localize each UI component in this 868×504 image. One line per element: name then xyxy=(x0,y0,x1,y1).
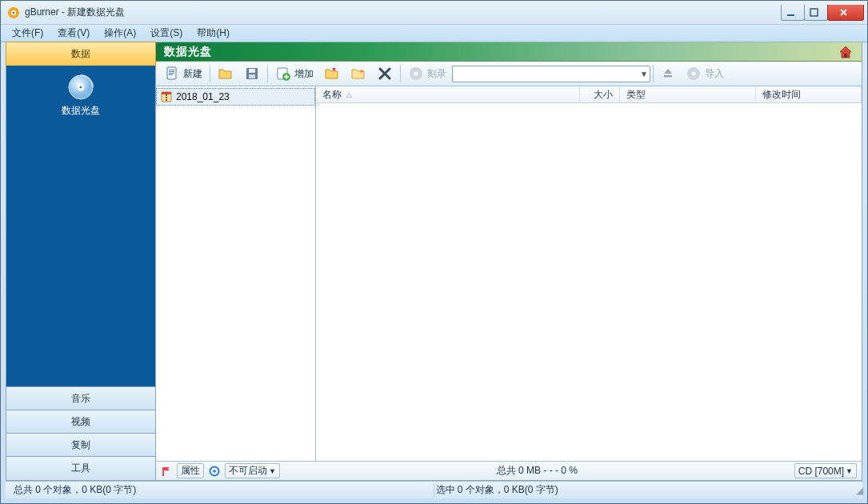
category-data[interactable]: 数据 xyxy=(6,42,156,66)
category-data-label: 数据 xyxy=(71,47,90,61)
status-left: 总共 0 个对象，0 KB(0 字节) xyxy=(12,483,434,497)
workspace-header: 数据光盘 xyxy=(156,42,862,62)
col-name-label: 名称 xyxy=(322,88,342,102)
chevron-down-icon: ▼ xyxy=(640,70,648,78)
folder-add-icon xyxy=(324,66,340,82)
save-button[interactable] xyxy=(239,63,265,84)
chevron-down-icon: ▼ xyxy=(269,467,276,475)
svg-rect-8 xyxy=(845,54,847,58)
category-music[interactable]: 音乐 xyxy=(6,386,156,411)
svg-rect-25 xyxy=(162,92,171,94)
svg-rect-26 xyxy=(166,94,167,96)
burn-disc-icon xyxy=(408,66,424,82)
svg-point-20 xyxy=(414,72,418,76)
archive-icon xyxy=(160,90,173,103)
category-video[interactable]: 视频 xyxy=(6,410,156,434)
list-body[interactable] xyxy=(316,103,862,461)
tree-root-item[interactable]: 2018_01_23 xyxy=(156,88,315,106)
window-controls xyxy=(782,5,867,21)
toolbar: 新建 xyxy=(156,62,862,86)
bootable-label: 不可启动 xyxy=(229,464,267,478)
content-area: 2018_01_23 名称△ 大小 类型 修改时间 xyxy=(156,86,862,461)
status-left-text: 总共 0 个对象，0 KB(0 字节) xyxy=(14,484,136,495)
add-button-label: 增加 xyxy=(294,67,314,81)
category-copy[interactable]: 复制 xyxy=(6,433,156,458)
tree-root-label: 2018_01_23 xyxy=(176,91,230,102)
disc-icon[interactable] xyxy=(67,74,94,101)
category-music-label: 音乐 xyxy=(71,392,90,406)
svg-rect-3 xyxy=(787,14,794,16)
eject-icon xyxy=(661,66,675,81)
col-size-label: 大小 xyxy=(594,88,613,102)
category-panel-label: 数据光盘 xyxy=(62,104,100,118)
workspace-title: 数据光盘 xyxy=(164,45,212,59)
svg-point-23 xyxy=(692,72,696,76)
col-mtime-label: 修改时间 xyxy=(762,88,801,102)
open-button[interactable] xyxy=(213,63,238,84)
add-button[interactable]: 增加 xyxy=(270,63,318,84)
svg-rect-15 xyxy=(249,69,255,73)
menu-help[interactable]: 帮助(H) xyxy=(190,25,236,42)
svg-rect-21 xyxy=(664,75,672,78)
chevron-down-icon: ▼ xyxy=(846,467,853,475)
status-right-text: 选中 0 个对象，0 KB(0 字节) xyxy=(436,484,558,495)
menu-file[interactable]: 文件(F) xyxy=(6,25,50,42)
status-right: 选中 0 个对象，0 KB(0 字节) xyxy=(434,483,857,497)
progress-area: 总共 0 MB - - - 0 % xyxy=(285,464,790,478)
properties-button[interactable]: 属性 xyxy=(177,463,204,478)
menubar: 文件(F) 查看(V) 操作(A) 设置(S) 帮助(H) xyxy=(1,25,867,42)
col-size[interactable]: 大小 xyxy=(580,86,620,102)
col-type[interactable]: 类型 xyxy=(620,86,756,102)
add-folder-button[interactable] xyxy=(319,63,345,84)
list-header: 名称△ 大小 类型 修改时间 xyxy=(316,86,862,103)
maximize-button[interactable] xyxy=(804,5,828,21)
resize-grip[interactable]: ◢ xyxy=(856,485,863,496)
category-tools[interactable]: 工具 xyxy=(6,456,156,481)
sidebar: 数据 数据光盘 音乐 视频 复制 工具 xyxy=(6,42,156,481)
home-icon[interactable] xyxy=(838,44,854,60)
tree-pane[interactable]: 2018_01_23 xyxy=(156,86,316,461)
media-dropdown[interactable]: CD [700M] ▼ xyxy=(794,463,857,478)
sort-asc-icon: △ xyxy=(346,90,352,98)
col-name[interactable]: 名称△ xyxy=(316,86,580,102)
new-button[interactable]: 新建 xyxy=(159,63,207,84)
burn-button[interactable]: 刻录 xyxy=(403,63,451,84)
svg-point-30 xyxy=(213,470,216,473)
svg-rect-16 xyxy=(249,74,255,78)
window-title: gBurner - 新建数据光盘 xyxy=(25,6,125,19)
separator xyxy=(653,65,654,82)
category-tools-label: 工具 xyxy=(71,462,90,475)
svg-point-7 xyxy=(79,86,82,88)
new-folder-button[interactable] xyxy=(346,63,371,84)
list-pane: 名称△ 大小 类型 修改时间 xyxy=(316,86,862,461)
titlebar: gBurner - 新建数据光盘 xyxy=(1,1,867,25)
import-button[interactable]: 导入 xyxy=(681,63,729,84)
menu-settings[interactable]: 设置(S) xyxy=(144,25,189,42)
workspace: 数据光盘 新建 xyxy=(156,42,862,481)
flag-icon xyxy=(161,466,172,477)
col-mtime[interactable]: 修改时间 xyxy=(756,86,862,102)
burn-button-label: 刻录 xyxy=(427,67,446,81)
drive-dropdown[interactable]: ▼ xyxy=(452,66,650,82)
save-icon xyxy=(244,66,260,82)
svg-rect-27 xyxy=(166,97,167,98)
statusbar: 总共 0 个对象，0 KB(0 字节) 选中 0 个对象，0 KB(0 字节) … xyxy=(6,481,862,498)
col-type-label: 类型 xyxy=(626,88,646,102)
bootable-dropdown[interactable]: 不可启动 ▼ xyxy=(225,463,280,478)
menu-view[interactable]: 查看(V) xyxy=(51,25,96,42)
delete-button[interactable] xyxy=(372,63,398,84)
menu-action[interactable]: 操作(A) xyxy=(98,25,142,42)
svg-rect-10 xyxy=(169,70,174,70)
delete-icon xyxy=(377,66,393,82)
close-button[interactable] xyxy=(827,5,864,21)
category-video-label: 视频 xyxy=(71,415,90,429)
app-icon xyxy=(7,6,20,19)
eject-button[interactable] xyxy=(656,63,680,84)
add-icon xyxy=(275,66,291,82)
svg-rect-11 xyxy=(169,71,174,72)
svg-rect-13 xyxy=(169,74,173,75)
svg-point-2 xyxy=(13,11,14,13)
gear-icon xyxy=(209,466,220,477)
minimize-button[interactable] xyxy=(781,5,805,21)
separator xyxy=(210,65,210,82)
